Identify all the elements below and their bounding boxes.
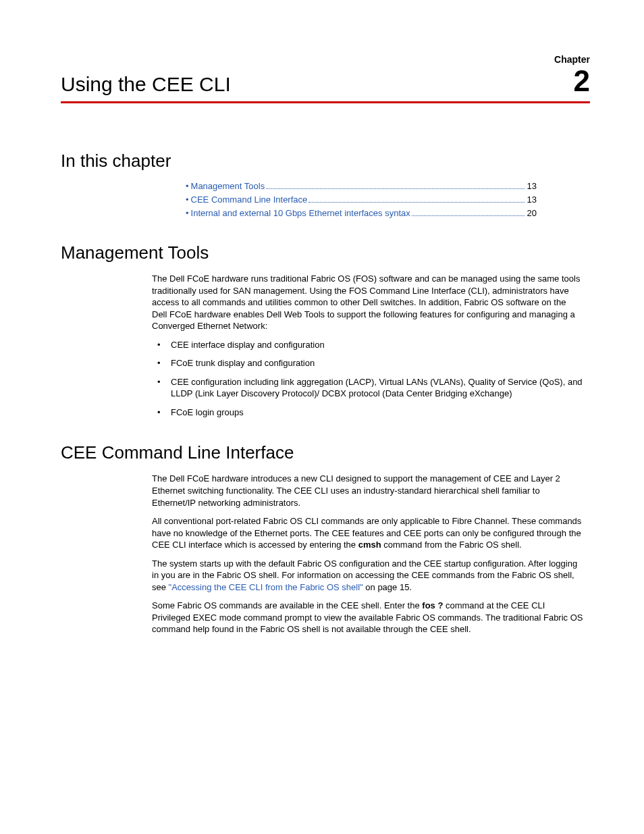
toc-page: 13 (527, 194, 537, 205)
heading-cee-cli: CEE Command Line Interface (61, 442, 590, 463)
paragraph: The Dell FCoE hardware runs traditional … (152, 273, 583, 332)
cross-reference-link[interactable]: "Accessing the CEE CLI from the Fabric O… (169, 582, 363, 592)
toc-entry: • CEE Command Line Interface 13 (186, 194, 537, 205)
toc-link-management-tools[interactable]: Management Tools (191, 181, 265, 191)
list-item: FCoE login groups (152, 407, 583, 419)
text-run: on page 15. (363, 582, 412, 592)
chapter-header: Using the CEE CLI 2 (61, 66, 590, 103)
bullet-icon: • (186, 208, 189, 218)
toc-page: 13 (527, 181, 537, 191)
chapter-number: 2 (574, 66, 590, 96)
chapter-title: Using the CEE CLI (61, 73, 231, 96)
toc-link-interfaces-syntax[interactable]: Internal and external 10 Gbps Ethernet i… (191, 208, 410, 218)
bullet-icon: • (186, 181, 189, 191)
heading-management-tools: Management Tools (61, 242, 590, 263)
paragraph: All conventional port-related Fabric OS … (152, 515, 583, 551)
toc-link-cee-cli[interactable]: CEE Command Line Interface (191, 194, 308, 205)
management-tools-body: The Dell FCoE hardware runs traditional … (152, 273, 583, 418)
paragraph: Some Fabric OS commands are available in… (152, 600, 583, 635)
heading-in-this-chapter: In this chapter (61, 151, 590, 172)
list-item: FCoE trunk display and configuration (152, 357, 583, 369)
command-name: fos ? (422, 600, 443, 610)
feature-list: CEE interface display and configuration … (152, 339, 583, 419)
toc-entry: • Management Tools 13 (186, 181, 537, 191)
list-item: CEE interface display and configuration (152, 339, 583, 351)
bullet-icon: • (186, 194, 189, 205)
command-name: cmsh (358, 540, 381, 550)
cee-cli-body: The Dell FCoE hardware introduces a new … (152, 473, 583, 635)
toc-leader (308, 201, 524, 203)
list-item: CEE configuration including link aggrega… (152, 376, 583, 400)
paragraph: The Dell FCoE hardware introduces a new … (152, 473, 583, 509)
chapter-label: Chapter (61, 54, 590, 65)
toc-page: 20 (527, 208, 537, 218)
paragraph: The system starts up with the default Fa… (152, 558, 583, 594)
toc-entry: • Internal and external 10 Gbps Ethernet… (186, 208, 537, 218)
toc-leader (266, 188, 524, 189)
table-of-contents: • Management Tools 13 • CEE Command Line… (186, 181, 590, 218)
toc-leader (412, 215, 525, 216)
text-run: command from the Fabric OS shell. (381, 540, 522, 550)
text-run: Some Fabric OS commands are available in… (152, 600, 422, 610)
